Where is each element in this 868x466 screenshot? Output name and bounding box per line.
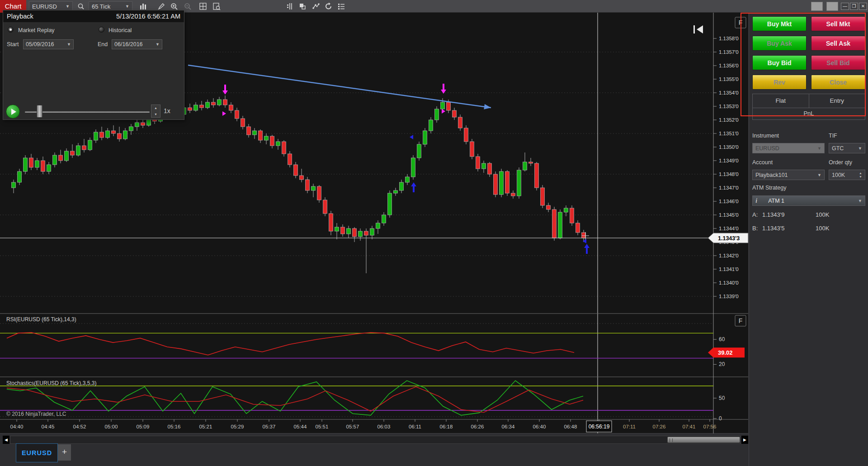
panel-toggle-icon[interactable] [284,1,296,12]
time-axis-label: 06:03 [377,424,391,429]
price-axis-label: 1.1358'0 [719,36,739,41]
windows-icon[interactable] [297,1,308,12]
price-axis-label: 1.1351'0 [719,131,739,136]
price-axis-label: 1.1352'0 [719,117,739,123]
speed-slider-track[interactable] [25,111,150,113]
candle [388,193,392,215]
price-axis-label: 1.1342'0 [719,253,739,258]
candle [329,214,333,231]
buy-bid-button[interactable]: Buy Bid [752,55,807,70]
candle [100,132,104,138]
candle [194,105,198,110]
atm-strategy-select[interactable]: i ATM 1 ▼ [752,195,865,206]
candle [541,188,545,205]
time-axis-label: 04:52 [73,424,86,429]
horizontal-scrollbar[interactable] [10,436,741,444]
candle [488,163,492,174]
candle [106,131,110,138]
reload-icon[interactable] [323,1,335,12]
jump-to-latest-icon[interactable] [693,25,695,33]
chevron-down-icon: ▼ [817,173,821,177]
playback-title-bar[interactable]: Playback 5/13/2016 6:56:21 AM [3,10,184,22]
order-qty-label: Order qty [829,159,852,166]
chart-trader-panel: Buy MktSell MktBuy AskSell AskBuy BidSel… [749,13,868,466]
candle [335,227,339,231]
sell-bid-button[interactable]: Sell Bid [811,55,865,70]
candle [235,110,239,119]
candle [423,131,427,144]
candle [582,233,586,238]
candle [24,158,28,171]
play-button[interactable] [6,105,20,119]
candle [482,163,486,169]
candle [311,186,316,190]
candle [59,155,63,161]
current-price-tag-text: 1.1343'3 [718,235,740,242]
add-tab-button[interactable]: + [58,444,71,461]
data-series-icon[interactable] [310,1,322,12]
candle [441,102,445,109]
sell-arrow-icon [443,84,444,90]
candle [35,161,39,167]
close-button[interactable]: ✕ [859,3,867,10]
historical-radio[interactable] [99,27,104,33]
sell-ask-button[interactable]: Sell Ask [811,36,865,51]
restore-button[interactable]: ❐ [850,3,858,10]
candle [247,127,251,135]
buy-arrow-icon [413,186,415,192]
time-axis-label: 06:11 [409,424,421,429]
candle [500,171,504,195]
sell-mkt-button[interactable]: Sell Mkt [811,16,865,31]
candle [18,171,22,182]
flat-cell: Flat [753,94,809,108]
time-axis-label: 05:44 [294,424,307,429]
candle [200,105,204,108]
buy-mkt-button[interactable]: Buy Mkt [752,16,807,31]
scroll-right-button[interactable]: ▶ [741,436,748,444]
time-axis-label: 04:40 [10,424,24,429]
minimize-button[interactable]: — [841,3,849,10]
sell-arrow-icon [224,85,226,90]
instrument-link-button[interactable] [811,2,823,11]
candle [229,105,233,110]
candle [206,102,210,108]
end-date-dropdown[interactable]: 06/16/2016▼ [112,39,162,49]
fix-scale-button-label: F [739,317,743,324]
candle [435,109,439,120]
chevron-down-icon: ▼ [67,42,71,47]
tif-select[interactable]: GTC▼ [829,143,865,153]
copyright-text: © 2016 NinjaTrader, LLC [6,411,66,417]
current-time-label: 06:56:19 [589,423,610,430]
rev-button[interactable]: Rev [752,75,807,90]
candle [535,163,539,188]
buy-ask-button[interactable]: Buy Ask [752,36,807,51]
candle [294,165,298,176]
market-replay-radio[interactable] [8,27,14,33]
chart-trader-icon[interactable] [211,1,222,12]
candle [253,131,257,135]
account-select[interactable]: Playback101▼ [752,170,825,180]
candle [259,131,263,140]
speed-slider-handle[interactable] [37,105,42,118]
speed-stepper[interactable]: ▲▼ [151,105,160,118]
scroll-left-button[interactable]: ◀ [3,436,9,444]
price-axis-label: 1.1355'0 [719,76,739,82]
buy-arrow-icon [586,248,588,254]
time-axis-label: 05:16 [168,424,181,429]
candle [458,117,462,128]
order-qty-stepper[interactable]: 100K ▲▼ [829,170,865,180]
time-axis-label: 06:48 [564,424,577,429]
scrollbar-thumb[interactable] [667,437,740,443]
tab-eurusd[interactable]: EURUSD [16,443,58,462]
chevron-down-icon: ▼ [858,199,862,203]
price-axis-label: 1.1346'0 [719,199,739,204]
close-button[interactable]: Close [811,75,865,90]
time-axis-label: 06:26 [471,424,484,429]
start-date-dropdown[interactable]: 05/09/2016▼ [23,39,74,49]
info-icon: i [755,197,757,204]
interval-link-button[interactable] [826,2,838,11]
properties-list-icon[interactable] [335,1,347,12]
candle [223,100,227,105]
crosshair-grid-icon[interactable] [197,1,209,12]
candle [41,161,45,171]
